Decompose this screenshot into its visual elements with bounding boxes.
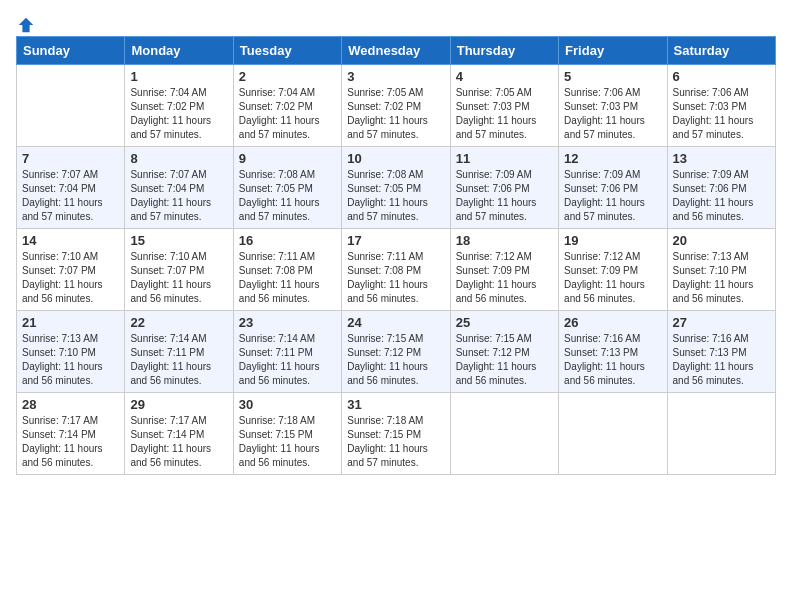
calendar-cell: 13Sunrise: 7:09 AM Sunset: 7:06 PM Dayli…: [667, 147, 775, 229]
weekday-header-wednesday: Wednesday: [342, 37, 450, 65]
weekday-header-saturday: Saturday: [667, 37, 775, 65]
calendar-header-row: SundayMondayTuesdayWednesdayThursdayFrid…: [17, 37, 776, 65]
day-info: Sunrise: 7:14 AM Sunset: 7:11 PM Dayligh…: [239, 332, 336, 388]
calendar-cell: 11Sunrise: 7:09 AM Sunset: 7:06 PM Dayli…: [450, 147, 558, 229]
calendar-cell: 25Sunrise: 7:15 AM Sunset: 7:12 PM Dayli…: [450, 311, 558, 393]
day-info: Sunrise: 7:12 AM Sunset: 7:09 PM Dayligh…: [564, 250, 661, 306]
day-number: 17: [347, 233, 444, 248]
calendar-cell: 3Sunrise: 7:05 AM Sunset: 7:02 PM Daylig…: [342, 65, 450, 147]
day-info: Sunrise: 7:09 AM Sunset: 7:06 PM Dayligh…: [673, 168, 770, 224]
day-info: Sunrise: 7:16 AM Sunset: 7:13 PM Dayligh…: [564, 332, 661, 388]
calendar-cell: 24Sunrise: 7:15 AM Sunset: 7:12 PM Dayli…: [342, 311, 450, 393]
day-info: Sunrise: 7:08 AM Sunset: 7:05 PM Dayligh…: [347, 168, 444, 224]
calendar-cell: [667, 393, 775, 475]
day-number: 13: [673, 151, 770, 166]
day-number: 25: [456, 315, 553, 330]
day-number: 27: [673, 315, 770, 330]
day-number: 11: [456, 151, 553, 166]
day-info: Sunrise: 7:08 AM Sunset: 7:05 PM Dayligh…: [239, 168, 336, 224]
day-info: Sunrise: 7:09 AM Sunset: 7:06 PM Dayligh…: [564, 168, 661, 224]
day-info: Sunrise: 7:07 AM Sunset: 7:04 PM Dayligh…: [22, 168, 119, 224]
day-number: 24: [347, 315, 444, 330]
calendar-cell: 30Sunrise: 7:18 AM Sunset: 7:15 PM Dayli…: [233, 393, 341, 475]
day-info: Sunrise: 7:17 AM Sunset: 7:14 PM Dayligh…: [22, 414, 119, 470]
calendar-cell: 15Sunrise: 7:10 AM Sunset: 7:07 PM Dayli…: [125, 229, 233, 311]
day-number: 12: [564, 151, 661, 166]
day-info: Sunrise: 7:18 AM Sunset: 7:15 PM Dayligh…: [239, 414, 336, 470]
calendar-cell: 12Sunrise: 7:09 AM Sunset: 7:06 PM Dayli…: [559, 147, 667, 229]
day-info: Sunrise: 7:14 AM Sunset: 7:11 PM Dayligh…: [130, 332, 227, 388]
day-number: 7: [22, 151, 119, 166]
calendar-week-row: 14Sunrise: 7:10 AM Sunset: 7:07 PM Dayli…: [17, 229, 776, 311]
calendar-cell: 27Sunrise: 7:16 AM Sunset: 7:13 PM Dayli…: [667, 311, 775, 393]
calendar-cell: 4Sunrise: 7:05 AM Sunset: 7:03 PM Daylig…: [450, 65, 558, 147]
calendar-cell: 28Sunrise: 7:17 AM Sunset: 7:14 PM Dayli…: [17, 393, 125, 475]
day-number: 29: [130, 397, 227, 412]
day-info: Sunrise: 7:15 AM Sunset: 7:12 PM Dayligh…: [347, 332, 444, 388]
day-info: Sunrise: 7:10 AM Sunset: 7:07 PM Dayligh…: [22, 250, 119, 306]
weekday-header-monday: Monday: [125, 37, 233, 65]
logo-icon: [17, 16, 35, 34]
day-number: 23: [239, 315, 336, 330]
calendar-cell: 16Sunrise: 7:11 AM Sunset: 7:08 PM Dayli…: [233, 229, 341, 311]
day-info: Sunrise: 7:16 AM Sunset: 7:13 PM Dayligh…: [673, 332, 770, 388]
header: [16, 16, 776, 30]
calendar-cell: 1Sunrise: 7:04 AM Sunset: 7:02 PM Daylig…: [125, 65, 233, 147]
calendar-cell: [450, 393, 558, 475]
calendar-cell: 19Sunrise: 7:12 AM Sunset: 7:09 PM Dayli…: [559, 229, 667, 311]
calendar-cell: 17Sunrise: 7:11 AM Sunset: 7:08 PM Dayli…: [342, 229, 450, 311]
day-info: Sunrise: 7:04 AM Sunset: 7:02 PM Dayligh…: [130, 86, 227, 142]
day-number: 26: [564, 315, 661, 330]
day-info: Sunrise: 7:06 AM Sunset: 7:03 PM Dayligh…: [564, 86, 661, 142]
day-info: Sunrise: 7:06 AM Sunset: 7:03 PM Dayligh…: [673, 86, 770, 142]
calendar-cell: 9Sunrise: 7:08 AM Sunset: 7:05 PM Daylig…: [233, 147, 341, 229]
day-number: 3: [347, 69, 444, 84]
day-info: Sunrise: 7:13 AM Sunset: 7:10 PM Dayligh…: [22, 332, 119, 388]
day-number: 21: [22, 315, 119, 330]
day-info: Sunrise: 7:09 AM Sunset: 7:06 PM Dayligh…: [456, 168, 553, 224]
day-number: 19: [564, 233, 661, 248]
day-number: 16: [239, 233, 336, 248]
day-number: 2: [239, 69, 336, 84]
day-number: 30: [239, 397, 336, 412]
calendar-cell: 14Sunrise: 7:10 AM Sunset: 7:07 PM Dayli…: [17, 229, 125, 311]
weekday-header-tuesday: Tuesday: [233, 37, 341, 65]
calendar-cell: 2Sunrise: 7:04 AM Sunset: 7:02 PM Daylig…: [233, 65, 341, 147]
day-info: Sunrise: 7:15 AM Sunset: 7:12 PM Dayligh…: [456, 332, 553, 388]
day-info: Sunrise: 7:12 AM Sunset: 7:09 PM Dayligh…: [456, 250, 553, 306]
calendar-body: 1Sunrise: 7:04 AM Sunset: 7:02 PM Daylig…: [17, 65, 776, 475]
calendar-cell: 29Sunrise: 7:17 AM Sunset: 7:14 PM Dayli…: [125, 393, 233, 475]
day-number: 22: [130, 315, 227, 330]
weekday-header-thursday: Thursday: [450, 37, 558, 65]
calendar-cell: 8Sunrise: 7:07 AM Sunset: 7:04 PM Daylig…: [125, 147, 233, 229]
calendar-cell: 18Sunrise: 7:12 AM Sunset: 7:09 PM Dayli…: [450, 229, 558, 311]
calendar-week-row: 7Sunrise: 7:07 AM Sunset: 7:04 PM Daylig…: [17, 147, 776, 229]
calendar-cell: 5Sunrise: 7:06 AM Sunset: 7:03 PM Daylig…: [559, 65, 667, 147]
weekday-header-friday: Friday: [559, 37, 667, 65]
day-number: 10: [347, 151, 444, 166]
day-info: Sunrise: 7:18 AM Sunset: 7:15 PM Dayligh…: [347, 414, 444, 470]
day-number: 31: [347, 397, 444, 412]
calendar-cell: [559, 393, 667, 475]
calendar-cell: 20Sunrise: 7:13 AM Sunset: 7:10 PM Dayli…: [667, 229, 775, 311]
day-number: 6: [673, 69, 770, 84]
day-info: Sunrise: 7:13 AM Sunset: 7:10 PM Dayligh…: [673, 250, 770, 306]
day-number: 4: [456, 69, 553, 84]
svg-marker-0: [19, 18, 33, 32]
day-number: 1: [130, 69, 227, 84]
day-number: 9: [239, 151, 336, 166]
day-number: 18: [456, 233, 553, 248]
day-info: Sunrise: 7:10 AM Sunset: 7:07 PM Dayligh…: [130, 250, 227, 306]
calendar-cell: 21Sunrise: 7:13 AM Sunset: 7:10 PM Dayli…: [17, 311, 125, 393]
calendar-table: SundayMondayTuesdayWednesdayThursdayFrid…: [16, 36, 776, 475]
day-info: Sunrise: 7:11 AM Sunset: 7:08 PM Dayligh…: [239, 250, 336, 306]
calendar-week-row: 21Sunrise: 7:13 AM Sunset: 7:10 PM Dayli…: [17, 311, 776, 393]
calendar-cell: 7Sunrise: 7:07 AM Sunset: 7:04 PM Daylig…: [17, 147, 125, 229]
day-info: Sunrise: 7:07 AM Sunset: 7:04 PM Dayligh…: [130, 168, 227, 224]
day-number: 14: [22, 233, 119, 248]
day-info: Sunrise: 7:05 AM Sunset: 7:03 PM Dayligh…: [456, 86, 553, 142]
logo: [16, 16, 36, 30]
calendar-cell: 22Sunrise: 7:14 AM Sunset: 7:11 PM Dayli…: [125, 311, 233, 393]
day-info: Sunrise: 7:04 AM Sunset: 7:02 PM Dayligh…: [239, 86, 336, 142]
day-number: 8: [130, 151, 227, 166]
